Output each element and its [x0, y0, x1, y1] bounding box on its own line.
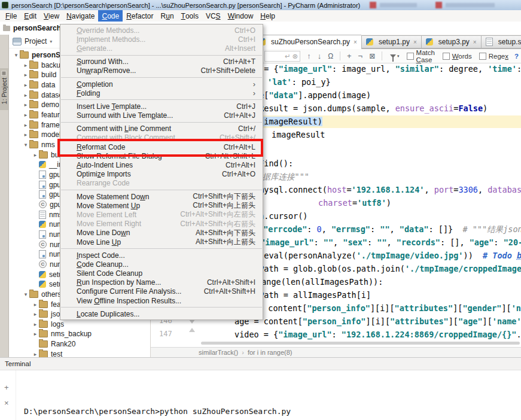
- folder-icon: [29, 92, 38, 99]
- expand-chevron-icon[interactable]: ▸: [22, 132, 29, 138]
- help-icon[interactable]: ?: [514, 53, 519, 60]
- close-session-icon[interactable]: ×: [4, 399, 9, 407]
- menu-code[interactable]: Code: [98, 10, 123, 22]
- menu-item-folding[interactable]: Folding›: [60, 89, 263, 98]
- menu-item-implement-methods[interactable]: Implement Methods...Ctrl+I: [60, 35, 263, 44]
- menu-item-move-statement-down[interactable]: Move Statement DownCtrl+Shift+向下箭头: [60, 192, 263, 201]
- next-occurrence-icon[interactable]: ↓: [318, 52, 322, 60]
- collapse-chevron-icon[interactable]: ▾: [13, 52, 20, 58]
- expand-chevron-icon[interactable]: ▸: [22, 72, 29, 78]
- menu-item-comment-with-line-comment[interactable]: Comment with Line CommentCtrl+/: [60, 124, 263, 133]
- menu-item-rearrange-code[interactable]: Rearrange Code: [60, 179, 263, 188]
- expand-chevron-icon[interactable]: ▸: [32, 321, 39, 327]
- menu-window[interactable]: Window: [224, 10, 257, 22]
- add-selection-icon[interactable]: +: [347, 52, 352, 60]
- expand-chevron-icon[interactable]: ▸: [32, 302, 39, 308]
- close-tab-icon[interactable]: ×: [413, 39, 417, 45]
- menu-view[interactable]: View: [40, 10, 63, 22]
- filter-icon[interactable]: [390, 54, 396, 58]
- menu-item-move-line-up[interactable]: Move Line UpAlt+Shift+向上箭头: [60, 238, 263, 246]
- expand-chevron-icon[interactable]: ▸: [22, 92, 29, 98]
- expand-chevron-icon[interactable]: ▸: [22, 102, 29, 108]
- menu-item-move-element-right[interactable]: Move Element RightCtrl+Alt+Shift+向右箭头: [60, 220, 263, 229]
- expand-chevron-icon[interactable]: ▸: [22, 82, 29, 88]
- menu-item-move-element-left[interactable]: Move Element LeftCtrl+Alt+Shift+向左箭头: [60, 210, 263, 219]
- search-history-icon[interactable]: Ω: [328, 53, 333, 60]
- menu-item-silent-code-cleanup[interactable]: Silent Code Cleanup: [60, 269, 263, 278]
- menu-item-override-methods[interactable]: Override Methods...Ctrl+O: [60, 26, 263, 35]
- tab-setup1-py[interactable]: setup1.py×: [361, 35, 421, 48]
- menu-run[interactable]: Run: [157, 10, 178, 22]
- terminal-body[interactable]: + × D:\personSearch\personSearch>python …: [0, 370, 521, 420]
- terminal-header[interactable]: Terminal: [0, 357, 521, 370]
- menu-refactor[interactable]: Refactor: [123, 10, 157, 22]
- find-option-match-case[interactable]: Match Case: [407, 49, 435, 63]
- horizontal-scrollbar[interactable]: [201, 342, 520, 345]
- menu-item-code-cleanup[interactable]: Code Cleanup...: [60, 260, 263, 269]
- project-tool-tab[interactable]: 1: Project: [1, 75, 8, 107]
- breadcrumb-scope[interactable]: for i in range(8): [248, 349, 293, 356]
- menu-item-label: View Offline Inspection Results...: [77, 297, 181, 305]
- menu-tools[interactable]: Tools: [178, 10, 202, 22]
- menu-item-run-inspection-by-name[interactable]: Run Inspection by Name...Ctrl+Alt+Shift+…: [60, 278, 263, 287]
- annotation-red-box: [57, 139, 263, 157]
- menu-help[interactable]: Help: [257, 10, 279, 22]
- expand-chevron-icon[interactable]: ▸: [32, 351, 39, 357]
- previous-occurrence-icon[interactable]: ↑: [307, 52, 311, 60]
- menu-item-completion[interactable]: Completion›: [60, 80, 263, 89]
- menu-item-locate-duplicates[interactable]: Locate Duplicates...: [60, 309, 263, 318]
- close-tab-icon[interactable]: ×: [354, 39, 357, 45]
- menu-vcs[interactable]: VCS: [202, 10, 224, 22]
- remove-selection-icon[interactable]: ¬: [358, 52, 363, 60]
- breadcrumb-project[interactable]: personSearch: [13, 24, 61, 32]
- tree-item-nms-backup[interactable]: ▸nms_backup: [9, 329, 150, 339]
- menu-item-optimize-imports[interactable]: Optimize ImportsCtrl+Alt+O: [60, 170, 263, 179]
- menu-file[interactable]: File: [2, 10, 20, 22]
- tab-setup-sh[interactable]: setup.sh×: [481, 35, 521, 48]
- menu-item-insert-live-template[interactable]: Insert Live Template...Ctrl+J: [60, 102, 263, 111]
- close-tab-icon[interactable]: ×: [473, 39, 477, 45]
- breadcrumb-method[interactable]: similarTrack(): [199, 349, 238, 356]
- menu-item-surround-with-live-template[interactable]: Surround with Live Template...Ctrl+Alt+J: [60, 111, 263, 120]
- tree-item-rank20[interactable]: Rank20: [9, 339, 150, 349]
- menu-item-auto-indent-lines[interactable]: Auto-Indent LinesCtrl+Alt+I: [60, 160, 263, 169]
- menu-item-view-offline-inspection-results[interactable]: View Offline Inspection Results...: [60, 296, 263, 305]
- menu-item-surround-with[interactable]: Surround With...Ctrl+Alt+T: [60, 57, 263, 66]
- tab-label: setup.sh: [498, 38, 521, 46]
- find-option-words[interactable]: Words: [443, 53, 472, 60]
- collapse-chevron-icon[interactable]: ▾: [22, 291, 29, 297]
- menu-navigate[interactable]: Navigate: [63, 10, 98, 22]
- find-option-regex[interactable]: Regex: [479, 53, 508, 60]
- tree-item-test[interactable]: ▸test: [9, 349, 150, 357]
- menu-item-unwrap-remove[interactable]: Unwrap/Remove...Ctrl+Shift+Delete: [60, 66, 263, 75]
- expand-chevron-icon[interactable]: ▸: [22, 122, 29, 128]
- menu-item-inspect-code[interactable]: Inspect Code...: [60, 251, 263, 260]
- menu-item-move-line-down[interactable]: Move Line DownAlt+Shift+向下箭头: [60, 229, 263, 238]
- collapse-chevron-icon[interactable]: ▾: [22, 142, 29, 148]
- new-session-icon[interactable]: +: [4, 384, 9, 391]
- menu-item-move-statement-up[interactable]: Move Statement UpCtrl+Shift+向上箭头: [60, 201, 263, 210]
- clear-search-icon[interactable]: ⊗: [293, 52, 298, 60]
- checkbox-icon[interactable]: [407, 53, 414, 60]
- tab-suzhoupersonsearch-py[interactable]: suZhouPersonSearch.py×: [254, 35, 361, 49]
- expand-chevron-icon[interactable]: ▸: [32, 331, 39, 337]
- expand-chevron-icon[interactable]: ▸: [32, 311, 39, 317]
- select-all-occurrences-icon[interactable]: ⊠: [369, 53, 375, 60]
- tree-item-label: build: [41, 71, 56, 79]
- tree-item-logs[interactable]: ▸logs: [9, 319, 150, 329]
- tab-setup3-py[interactable]: setup3.py×: [421, 35, 481, 48]
- menu-item-generate[interactable]: Generate...Alt+Insert: [60, 44, 263, 53]
- terminal-output: D:\personSearch\personSearch>python suZh…: [24, 386, 291, 420]
- chevron-down-icon[interactable]: ▾: [50, 39, 52, 44]
- checkbox-icon[interactable]: [443, 53, 450, 60]
- checkbox-icon[interactable]: [479, 53, 486, 60]
- menu-edit[interactable]: Edit: [20, 10, 40, 22]
- menu-item-shortcut: Ctrl+I: [238, 35, 255, 44]
- expand-chevron-icon[interactable]: ▸: [22, 112, 29, 118]
- find-input[interactable]: ↵ ⊗: [264, 51, 300, 62]
- expand-chevron-icon[interactable]: ▸: [32, 152, 39, 158]
- menu-item-configure-current-file-analysis[interactable]: Configure Current File Analysis...Ctrl+A…: [60, 287, 263, 296]
- menu-item-label: Override Methods...: [77, 26, 139, 35]
- menu-item-label: Locate Duplicates...: [77, 310, 139, 318]
- expand-chevron-icon[interactable]: ▸: [22, 62, 29, 68]
